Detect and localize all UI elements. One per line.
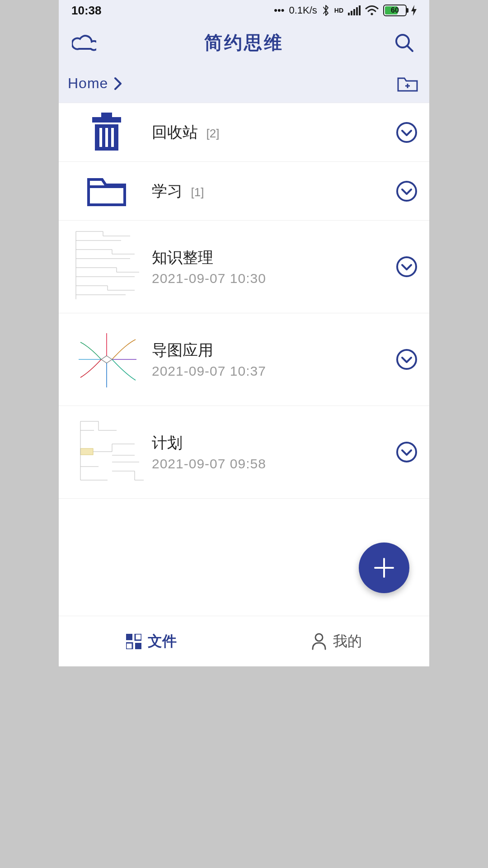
search-button[interactable] [391,30,417,55]
svg-point-21 [397,350,416,369]
create-fab[interactable] [359,542,409,593]
list-item-mindmap[interactable]: 知识整理 2021-09-07 10:30 [59,221,429,313]
chevron-down-circle-icon [396,180,418,202]
mindmap-thumbnail [67,227,146,307]
chevron-down-circle-icon [396,256,418,278]
svg-marker-20 [101,356,112,363]
item-actions-button[interactable] [394,120,419,145]
svg-rect-22 [80,448,93,455]
chevron-right-icon [113,77,122,90]
bluetooth-icon [322,4,330,17]
item-date: 2021-09-07 09:58 [152,456,394,472]
item-date: 2021-09-07 10:30 [152,271,394,286]
list-item-mindmap[interactable]: 导图应用 2021-09-07 10:37 [59,313,429,406]
svg-rect-13 [99,128,102,147]
tab-files[interactable]: 文件 [59,616,244,666]
svg-line-7 [408,46,413,51]
svg-point-18 [397,182,416,201]
new-folder-icon [397,75,418,92]
chevron-down-circle-icon [396,122,418,143]
svg-rect-15 [111,128,114,147]
folder-icon [87,175,127,208]
svg-rect-28 [126,643,132,649]
item-date: 2021-09-07 10:37 [152,363,394,379]
svg-rect-14 [105,128,108,147]
svg-point-5 [371,13,373,15]
status-bar: 10:38 ••• 0.1K/s HD [59,0,429,21]
item-actions-button[interactable] [394,254,419,279]
svg-rect-0 [348,13,350,15]
item-name: 计划 [152,433,394,453]
svg-rect-3 [356,7,358,15]
item-actions-button[interactable] [394,347,419,372]
wifi-icon [365,5,379,15]
svg-rect-10 [92,117,121,123]
person-icon [311,633,327,650]
app-screen: 10:38 ••• 0.1K/s HD [59,0,429,666]
item-count: [2] [206,127,219,140]
cloud-button[interactable] [71,30,97,55]
svg-point-16 [397,123,416,142]
status-time: 10:38 [71,4,102,18]
breadcrumb[interactable]: Home [68,75,122,92]
mindmap-thumbnail [67,320,146,399]
plus-icon [372,556,396,580]
battery-percent: 60 [384,5,406,15]
item-name: 学习 [152,182,183,199]
tab-files-label: 文件 [148,632,177,651]
item-count: [1] [191,185,204,199]
item-actions-button[interactable] [394,179,419,204]
trash-icon [89,113,124,152]
charging-icon [411,5,417,16]
breadcrumb-row: Home [59,64,429,103]
list-item-trash[interactable]: 回收站 [2] [59,103,429,162]
list-item-folder[interactable]: 学习 [1] [59,162,429,221]
list-item-mindmap[interactable]: 计划 2021-09-07 09:58 [59,406,429,499]
item-name: 知识整理 [152,247,394,268]
svg-rect-11 [101,113,112,117]
status-dots: ••• [274,5,284,16]
signal-icon [348,5,361,15]
app-header: 简约思维 [59,21,429,64]
svg-rect-2 [353,9,355,15]
app-title: 简约思维 [97,30,391,55]
svg-rect-26 [126,634,132,640]
svg-point-23 [397,443,416,462]
item-name: 导图应用 [152,340,394,361]
search-icon [394,33,414,52]
svg-point-19 [397,257,416,276]
battery-indicator: 60 [383,5,407,16]
svg-point-30 [315,634,323,641]
tab-mine-label: 我的 [333,632,362,651]
mindmap-thumbnail [67,412,146,492]
item-actions-button[interactable] [394,439,419,465]
breadcrumb-root: Home [68,75,108,92]
tab-mine[interactable]: 我的 [244,616,429,666]
item-name: 回收站 [152,123,198,141]
file-list: 回收站 [2] 学习 [1] [59,103,429,499]
chevron-down-circle-icon [396,349,418,370]
svg-rect-29 [135,643,141,649]
status-net-speed: 0.1K/s [289,5,317,16]
status-hd: HD [334,7,343,14]
grid-icon [126,634,141,649]
svg-rect-27 [135,634,141,640]
svg-rect-4 [359,5,361,15]
status-right: ••• 0.1K/s HD 60 [274,4,417,17]
cloud-icon [72,33,96,52]
chevron-down-circle-icon [396,441,418,463]
new-folder-button[interactable] [395,71,420,96]
tab-bar: 文件 我的 [59,616,429,666]
svg-rect-1 [351,11,352,15]
